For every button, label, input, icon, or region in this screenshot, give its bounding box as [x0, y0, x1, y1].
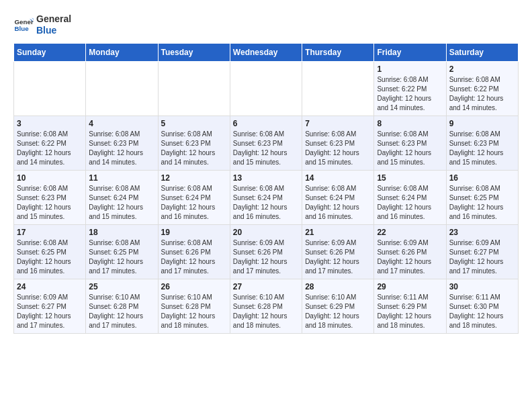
- day-number: 21: [305, 228, 371, 237]
- day-info: Sunrise: 6:08 AM Sunset: 6:22 PM Dayligh…: [377, 75, 443, 113]
- day-info: Sunrise: 6:09 AM Sunset: 6:26 PM Dayligh…: [233, 238, 299, 276]
- day-number: 24: [17, 282, 83, 291]
- day-number: 5: [161, 119, 227, 128]
- weekday-header-friday: Friday: [374, 43, 446, 61]
- day-info: Sunrise: 6:08 AM Sunset: 6:23 PM Dayligh…: [449, 130, 515, 167]
- day-number: 20: [233, 228, 299, 237]
- calendar-cell: 30Sunrise: 6:11 AM Sunset: 6:30 PM Dayli…: [446, 279, 518, 333]
- day-info: Sunrise: 6:09 AM Sunset: 6:26 PM Dayligh…: [305, 238, 371, 276]
- calendar-week-4: 17Sunrise: 6:08 AM Sunset: 6:25 PM Dayli…: [14, 224, 519, 279]
- day-info: Sunrise: 6:08 AM Sunset: 6:26 PM Dayligh…: [161, 238, 227, 276]
- day-info: Sunrise: 6:08 AM Sunset: 6:24 PM Dayligh…: [305, 184, 371, 222]
- calendar-cell: 11Sunrise: 6:08 AM Sunset: 6:24 PM Dayli…: [86, 170, 158, 224]
- day-number: 19: [161, 228, 227, 237]
- calendar-cell: 5Sunrise: 6:08 AM Sunset: 6:23 PM Daylig…: [158, 116, 230, 170]
- day-number: 1: [377, 64, 443, 74]
- svg-text:Blue: Blue: [15, 25, 30, 32]
- weekday-header-monday: Monday: [86, 43, 158, 61]
- calendar-cell: 6Sunrise: 6:08 AM Sunset: 6:23 PM Daylig…: [230, 116, 302, 170]
- day-info: Sunrise: 6:08 AM Sunset: 6:25 PM Dayligh…: [449, 184, 515, 222]
- calendar-cell: 9Sunrise: 6:08 AM Sunset: 6:23 PM Daylig…: [446, 116, 518, 170]
- calendar-cell: 19Sunrise: 6:08 AM Sunset: 6:26 PM Dayli…: [158, 224, 230, 279]
- day-number: 9: [449, 119, 515, 128]
- day-number: 23: [449, 228, 515, 237]
- calendar-cell: 10Sunrise: 6:08 AM Sunset: 6:23 PM Dayli…: [14, 170, 86, 224]
- day-number: 16: [449, 173, 515, 183]
- calendar-cell: 14Sunrise: 6:08 AM Sunset: 6:24 PM Dayli…: [302, 170, 374, 224]
- day-info: Sunrise: 6:08 AM Sunset: 6:24 PM Dayligh…: [161, 184, 227, 222]
- calendar-cell: [14, 61, 86, 116]
- calendar-cell: 13Sunrise: 6:08 AM Sunset: 6:24 PM Dayli…: [230, 170, 302, 224]
- day-info: Sunrise: 6:09 AM Sunset: 6:26 PM Dayligh…: [377, 238, 443, 276]
- day-number: 25: [89, 282, 154, 291]
- weekday-header-tuesday: Tuesday: [158, 43, 230, 61]
- day-number: 10: [17, 173, 83, 183]
- calendar-cell: [230, 61, 302, 116]
- day-info: Sunrise: 6:08 AM Sunset: 6:23 PM Dayligh…: [305, 130, 371, 167]
- day-number: 26: [161, 282, 227, 291]
- day-number: 18: [89, 228, 154, 237]
- svg-text:General: General: [15, 17, 34, 25]
- calendar-cell: 17Sunrise: 6:08 AM Sunset: 6:25 PM Dayli…: [14, 224, 86, 279]
- calendar-cell: 22Sunrise: 6:09 AM Sunset: 6:26 PM Dayli…: [374, 224, 446, 279]
- calendar-cell: 24Sunrise: 6:09 AM Sunset: 6:27 PM Dayli…: [14, 279, 86, 333]
- day-info: Sunrise: 6:10 AM Sunset: 6:28 PM Dayligh…: [233, 293, 299, 330]
- calendar-cell: [86, 61, 158, 116]
- day-number: 15: [377, 173, 443, 183]
- calendar-week-1: 1Sunrise: 6:08 AM Sunset: 6:22 PM Daylig…: [14, 61, 519, 116]
- day-info: Sunrise: 6:08 AM Sunset: 6:24 PM Dayligh…: [233, 184, 299, 222]
- day-number: 11: [89, 173, 154, 183]
- weekday-header-wednesday: Wednesday: [230, 43, 302, 61]
- calendar-week-5: 24Sunrise: 6:09 AM Sunset: 6:27 PM Dayli…: [14, 279, 519, 333]
- day-info: Sunrise: 6:10 AM Sunset: 6:28 PM Dayligh…: [161, 293, 227, 330]
- day-number: 17: [17, 228, 83, 237]
- calendar-week-3: 10Sunrise: 6:08 AM Sunset: 6:23 PM Dayli…: [14, 170, 519, 224]
- day-number: 2: [449, 64, 515, 74]
- calendar-cell: 21Sunrise: 6:09 AM Sunset: 6:26 PM Dayli…: [302, 224, 374, 279]
- day-info: Sunrise: 6:08 AM Sunset: 6:22 PM Dayligh…: [449, 75, 515, 113]
- calendar-cell: 8Sunrise: 6:08 AM Sunset: 6:23 PM Daylig…: [374, 116, 446, 170]
- day-info: Sunrise: 6:08 AM Sunset: 6:23 PM Dayligh…: [17, 184, 83, 222]
- calendar-cell: 27Sunrise: 6:10 AM Sunset: 6:28 PM Dayli…: [230, 279, 302, 333]
- day-number: 28: [305, 282, 371, 291]
- calendar-cell: 1Sunrise: 6:08 AM Sunset: 6:22 PM Daylig…: [374, 61, 446, 116]
- day-info: Sunrise: 6:08 AM Sunset: 6:23 PM Dayligh…: [161, 130, 227, 167]
- day-info: Sunrise: 6:08 AM Sunset: 6:23 PM Dayligh…: [89, 130, 154, 167]
- day-number: 14: [305, 173, 371, 183]
- calendar-cell: 12Sunrise: 6:08 AM Sunset: 6:24 PM Dayli…: [158, 170, 230, 224]
- logo-blue-text: Blue: [36, 25, 71, 36]
- day-number: 29: [377, 282, 443, 291]
- day-info: Sunrise: 6:08 AM Sunset: 6:24 PM Dayligh…: [89, 184, 154, 222]
- day-number: 12: [161, 173, 227, 183]
- day-info: Sunrise: 6:08 AM Sunset: 6:23 PM Dayligh…: [377, 130, 443, 167]
- day-info: Sunrise: 6:09 AM Sunset: 6:27 PM Dayligh…: [449, 238, 515, 276]
- day-number: 13: [233, 173, 299, 183]
- calendar-cell: 3Sunrise: 6:08 AM Sunset: 6:22 PM Daylig…: [14, 116, 86, 170]
- calendar-cell: 25Sunrise: 6:10 AM Sunset: 6:28 PM Dayli…: [86, 279, 158, 333]
- day-info: Sunrise: 6:10 AM Sunset: 6:28 PM Dayligh…: [89, 293, 154, 330]
- day-number: 7: [305, 119, 371, 128]
- calendar-cell: 7Sunrise: 6:08 AM Sunset: 6:23 PM Daylig…: [302, 116, 374, 170]
- weekday-header-thursday: Thursday: [302, 43, 374, 61]
- calendar-cell: 4Sunrise: 6:08 AM Sunset: 6:23 PM Daylig…: [86, 116, 158, 170]
- day-number: 3: [17, 119, 83, 128]
- calendar-header: SundayMondayTuesdayWednesdayThursdayFrid…: [14, 43, 519, 61]
- calendar-cell: 26Sunrise: 6:10 AM Sunset: 6:28 PM Dayli…: [158, 279, 230, 333]
- day-number: 4: [89, 119, 154, 128]
- calendar-cell: 20Sunrise: 6:09 AM Sunset: 6:26 PM Dayli…: [230, 224, 302, 279]
- day-number: 22: [377, 228, 443, 237]
- day-info: Sunrise: 6:08 AM Sunset: 6:25 PM Dayligh…: [17, 238, 83, 276]
- day-info: Sunrise: 6:08 AM Sunset: 6:24 PM Dayligh…: [377, 184, 443, 222]
- calendar-table: SundayMondayTuesdayWednesdayThursdayFrid…: [13, 43, 519, 334]
- calendar-cell: 29Sunrise: 6:11 AM Sunset: 6:29 PM Dayli…: [374, 279, 446, 333]
- day-number: 6: [233, 119, 299, 128]
- day-number: 27: [233, 282, 299, 291]
- calendar-cell: [302, 61, 374, 116]
- weekday-header-sunday: Sunday: [14, 43, 86, 61]
- day-info: Sunrise: 6:10 AM Sunset: 6:29 PM Dayligh…: [305, 293, 371, 330]
- calendar-cell: 23Sunrise: 6:09 AM Sunset: 6:27 PM Dayli…: [446, 224, 518, 279]
- calendar-cell: 16Sunrise: 6:08 AM Sunset: 6:25 PM Dayli…: [446, 170, 518, 224]
- weekday-header-row: SundayMondayTuesdayWednesdayThursdayFrid…: [14, 43, 519, 61]
- day-info: Sunrise: 6:09 AM Sunset: 6:27 PM Dayligh…: [17, 293, 83, 330]
- logo-icon: General Blue: [13, 15, 34, 35]
